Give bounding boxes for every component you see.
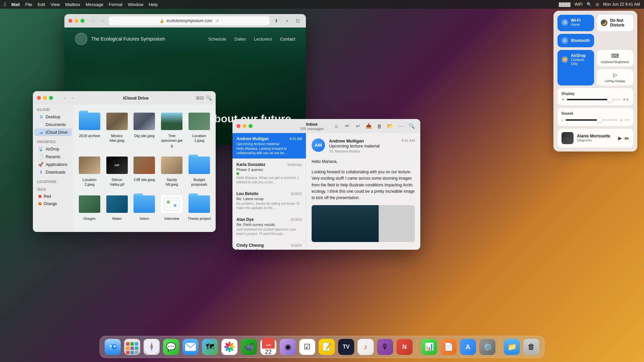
- cc-wifi-tile[interactable]: ⦿ Wi-Fi Home: [557, 15, 594, 31]
- finder-minimize-btn[interactable]: [43, 96, 47, 100]
- sidebar-item-orange-tag[interactable]: Orange: [34, 200, 72, 207]
- menubar-window[interactable]: Window: [128, 2, 143, 7]
- list-item[interactable]: Location 1.jpeg: [186, 108, 212, 150]
- cc-bluetooth-tile[interactable]: B Bluetooth: [557, 34, 594, 47]
- cc-music-next-btn[interactable]: ⏭: [625, 135, 629, 141]
- cc-keyboard-tile[interactable]: ⌨ Keyboard Brightness: [597, 50, 633, 66]
- dock-item-reminders[interactable]: ☑: [299, 338, 316, 356]
- mail-reply-btn[interactable]: ↩: [353, 121, 363, 131]
- finder-view-toggle-btn[interactable]: ⊞⊟: [196, 95, 204, 101]
- apple-menu[interactable]: : [4, 1, 6, 7]
- dock-item-mail[interactable]: [182, 338, 199, 356]
- browser-nav-dates[interactable]: Dates: [234, 37, 246, 42]
- sidebar-item-desktop[interactable]: 🖥 Desktop: [34, 113, 72, 121]
- browser-back-btn[interactable]: ‹: [90, 17, 97, 24]
- dock-item-messages[interactable]: 💬: [162, 338, 180, 356]
- menubar-help[interactable]: Help: [149, 2, 158, 7]
- browser-nav-contact[interactable]: Contact: [280, 37, 295, 42]
- dock-item-finder[interactable]: [104, 338, 121, 356]
- list-item[interactable]: Location 2.jpeg: [76, 152, 103, 190]
- list-item[interactable]: Intern: [131, 191, 158, 224]
- dock-item-tv[interactable]: TV: [337, 338, 355, 356]
- sidebar-item-downloads[interactable]: ⬇ Downloads: [34, 168, 72, 176]
- list-item[interactable]: Interview: [159, 191, 185, 224]
- mail-move-btn[interactable]: 📂: [385, 121, 395, 131]
- mail-close-btn[interactable]: [236, 124, 240, 128]
- mail-minimize-btn[interactable]: [243, 124, 247, 128]
- menubar-mailbox[interactable]: Mailbox: [65, 2, 80, 7]
- list-item[interactable]: Thesis project: [186, 191, 212, 224]
- mail-item[interactable]: Cindy Cheung 6/18/20 Project timeline in…: [232, 240, 306, 250]
- dock-item-trash[interactable]: 🗑: [523, 338, 540, 356]
- mail-item[interactable]: Andrew Mulligan 9:41 AM Upcoming lecture…: [232, 133, 306, 159]
- mail-emoji-btn[interactable]: ☺: [332, 121, 341, 131]
- browser-minimize-btn[interactable]: [74, 19, 78, 23]
- sidebar-item-red-tag[interactable]: Red: [34, 193, 72, 200]
- menubar-message[interactable]: Message: [86, 2, 103, 7]
- dock-item-appstore[interactable]: A: [459, 338, 477, 356]
- cc-sound-track[interactable]: [566, 119, 618, 121]
- mail-item[interactable]: Karla Gonzalez Yesterday Phase 2 queries…: [232, 159, 306, 188]
- dock-item-news[interactable]: N: [396, 338, 413, 356]
- finder-back-btn[interactable]: ‹: [61, 95, 68, 101]
- menubar-file[interactable]: File: [25, 2, 32, 7]
- mail-compose-btn[interactable]: ✏: [342, 121, 352, 131]
- list-item[interactable]: Oregon: [76, 191, 103, 224]
- dock-item-siri[interactable]: ◉: [279, 338, 297, 356]
- mail-zoom-btn[interactable]: [249, 124, 253, 128]
- dock-item-calendar[interactable]: JUN 22: [260, 338, 277, 356]
- wifi-icon[interactable]: WiFi: [575, 2, 583, 7]
- list-item[interactable]: Mexico hike.jpeg: [104, 108, 130, 150]
- sidebar-item-airdrop[interactable]: 📡 AirDrop: [34, 145, 72, 153]
- cc-airplay-tile[interactable]: ▷ AirPlay Display: [597, 69, 633, 85]
- browser-share-btn[interactable]: ⬆: [272, 17, 280, 25]
- list-item[interactable]: Water: [104, 191, 130, 224]
- siri-icon[interactable]: ◎: [596, 2, 599, 7]
- sidebar-item-recents[interactable]: 🕐 Recents: [34, 153, 72, 161]
- mail-search-btn[interactable]: 🔍: [407, 121, 416, 131]
- browser-forward-btn[interactable]: ›: [99, 17, 106, 24]
- list-item[interactable]: Sandy hill.jpeg: [159, 152, 185, 190]
- cc-sound-knob[interactable]: [597, 117, 602, 123]
- list-item[interactable]: 2019 archive: [76, 108, 103, 150]
- mail-item[interactable]: Lou Belsito 6/19/20 Re: Latest recap No …: [232, 188, 306, 214]
- dock-item-numbers[interactable]: 📊: [420, 338, 438, 356]
- sidebar-item-applications[interactable]: 🚀 Applications: [34, 161, 72, 168]
- cc-dnd-tile[interactable]: 🌙 Do Not Disturb: [597, 15, 633, 31]
- browser-tabs-btn[interactable]: ⊡: [294, 17, 302, 25]
- browser-close-btn[interactable]: [68, 19, 72, 23]
- cc-sound-output-icon[interactable]: ⋯: [625, 117, 629, 123]
- menubar-format[interactable]: Format: [109, 2, 122, 7]
- menubar-edit[interactable]: Edit: [38, 2, 45, 7]
- dock-item-files[interactable]: 📁: [503, 338, 521, 356]
- dock-item-maps[interactable]: 🗺: [201, 338, 219, 356]
- browser-reload-icon[interactable]: ↺: [216, 19, 219, 23]
- dock-item-music[interactable]: ♪: [357, 338, 374, 356]
- list-item[interactable]: Cliff site.jpeg: [131, 152, 158, 190]
- menubar-app[interactable]: Mail: [11, 2, 20, 7]
- dock-item-podcasts[interactable]: 🎙: [376, 338, 394, 356]
- dock-item-system-prefs[interactable]: ⚙️: [479, 338, 496, 356]
- browser-zoom-btn[interactable]: [80, 19, 85, 23]
- list-item[interactable]: GIF Silicon Valley.gif: [104, 152, 130, 190]
- finder-close-btn[interactable]: [37, 96, 41, 100]
- dock-item-safari[interactable]: [143, 338, 160, 356]
- browser-add-btn[interactable]: +: [283, 17, 291, 25]
- cc-music-play-btn[interactable]: ▶: [618, 135, 622, 141]
- sidebar-item-icloud-drive[interactable]: ☁ iCloud Drive: [34, 128, 72, 136]
- browser-addressbar[interactable]: 🔒 ecofuturesymposium.com ↺: [109, 16, 270, 25]
- list-item[interactable]: Budget proposals: [186, 152, 212, 190]
- mail-delete-btn[interactable]: 🗑: [375, 121, 384, 131]
- finder-forward-btn[interactable]: ›: [69, 95, 76, 101]
- dock-item-facetime[interactable]: 📹: [240, 338, 258, 356]
- sidebar-item-documents[interactable]: 📄 Documents: [34, 121, 72, 128]
- mail-more-btn[interactable]: ⋯: [396, 121, 406, 131]
- dock-item-pages[interactable]: 📄: [440, 338, 457, 356]
- finder-zoom-btn[interactable]: [49, 96, 53, 100]
- dock-item-notes[interactable]: 📝: [318, 338, 335, 356]
- mail-archive-btn[interactable]: 📥: [364, 121, 373, 131]
- list-item[interactable]: Tree specimen.jpeg: [159, 108, 185, 150]
- cc-airdrop-tile[interactable]: 📶 AirDrop Contacts Only: [557, 50, 594, 85]
- cc-display-knob[interactable]: [607, 97, 612, 102]
- search-icon[interactable]: 🔍: [587, 2, 592, 7]
